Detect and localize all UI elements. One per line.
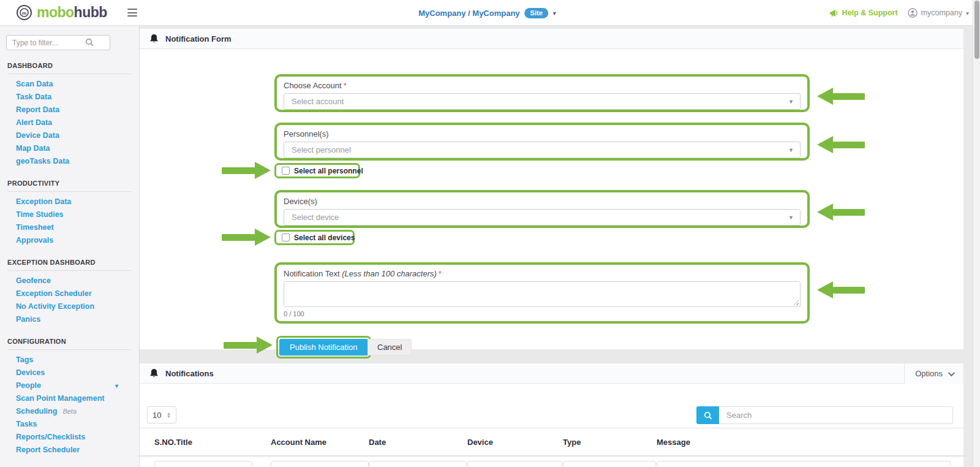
logo: m mobohubb: [16, 4, 107, 21]
page-scrollbar[interactable]: [973, 0, 980, 467]
search-button[interactable]: [696, 406, 719, 424]
svg-text:m: m: [22, 10, 26, 16]
column-header-device[interactable]: Device: [467, 438, 493, 447]
panel-title: Notifications: [165, 369, 214, 378]
chevron-down-icon: ▾: [115, 382, 118, 390]
column-filter-input[interactable]: [467, 461, 562, 466]
stepper-arrows-icon[interactable]: ▲▼: [167, 412, 171, 418]
sidebar-section-configuration: CONFIGURATION: [7, 338, 132, 345]
select-all-personnel-checkbox[interactable]: [282, 167, 290, 175]
sidebar-item-alert-data[interactable]: Alert Data: [0, 116, 139, 129]
device-select[interactable]: Select device ▼: [284, 209, 801, 226]
resize-grip[interactable]: [793, 300, 799, 305]
sidebar-item-geofence[interactable]: Geofence: [0, 275, 139, 287]
help-support-link[interactable]: Help & Support: [829, 9, 898, 17]
divider: [7, 74, 132, 74]
column-header-account-name[interactable]: Account Name: [271, 438, 326, 447]
notifications-panel: Notifications Options 10 ▲▼: [140, 363, 963, 467]
required-marker: *: [344, 81, 347, 90]
annotation-arrow-right: [222, 161, 271, 180]
chevron-down-icon: ▾: [553, 10, 556, 17]
company-site-switcher[interactable]: MyCompany / MyCompany Site ▾: [418, 0, 556, 26]
sidebar-item-devices[interactable]: Devices: [0, 366, 139, 379]
sidebar-item-reports-checklists[interactable]: Reports/Checklists: [0, 431, 139, 444]
username-label: mycompany: [921, 9, 962, 17]
sidebar-filter-input[interactable]: [6, 35, 110, 50]
personnel-select[interactable]: Select personnel ▼: [284, 142, 801, 158]
column-filter-input[interactable]: [154, 461, 252, 466]
annotation-arrow-left: [817, 135, 865, 154]
page-size-stepper[interactable]: 10 ▲▼: [147, 406, 176, 423]
sidebar-item-tasks[interactable]: Tasks: [0, 418, 139, 431]
sidebar-item-task-data[interactable]: Task Data: [0, 91, 139, 104]
notification-form-panel: Notification Form Choose Account* Select…: [140, 29, 963, 349]
sidebar: DASHBOARD Scan Data Task Data Report Dat…: [0, 26, 140, 467]
sidebar-item-approvals[interactable]: Approvals: [0, 234, 139, 247]
options-button[interactable]: Options: [904, 363, 963, 384]
sidebar-section-dashboard: DASHBOARD: [7, 62, 132, 69]
account-select[interactable]: Select account ▼: [284, 93, 801, 110]
notification-form-header: Notification Form: [140, 29, 963, 49]
sidebar-item-tags[interactable]: Tags: [0, 354, 139, 366]
column-header-type[interactable]: Type: [563, 438, 581, 447]
top-right-actions: Help & Support mycompany ▾: [829, 0, 969, 26]
scrollbar-thumb[interactable]: [974, 1, 979, 59]
select-all-personnel-annotation: Select all personnel: [274, 163, 360, 178]
sidebar-item-map-data[interactable]: Map Data: [0, 142, 139, 155]
sidebar-section-productivity: PRODUCTIVITY: [7, 180, 132, 187]
divider: [7, 349, 132, 350]
annotation-arrow-right: [224, 336, 273, 354]
column-filter-input[interactable]: [563, 461, 656, 466]
annotation-arrow-right: [222, 228, 271, 246]
top-bar: m mobohubb MyCompany / MyCompany Site ▾ …: [0, 0, 980, 26]
chevron-down-icon: ▾: [966, 10, 969, 17]
publish-notification-button[interactable]: Publish Notification: [279, 339, 368, 355]
sidebar-item-time-studies[interactable]: Time Studies: [0, 208, 139, 221]
column-filter-input[interactable]: [657, 461, 951, 466]
menu-toggle-icon[interactable]: [127, 9, 137, 17]
sidebar-item-exception-data[interactable]: Exception Data: [0, 196, 139, 208]
sidebar-item-scan-point-management[interactable]: Scan Point Management: [0, 392, 139, 405]
search-group: [696, 406, 953, 424]
sidebar-item-timesheet[interactable]: Timesheet: [0, 221, 139, 234]
sidebar-item-people[interactable]: People▾: [0, 379, 139, 392]
device-select-placeholder: Select device: [292, 213, 339, 222]
column-header-date[interactable]: Date: [369, 438, 386, 447]
required-marker: *: [439, 269, 442, 278]
cancel-button[interactable]: Cancel: [368, 339, 412, 355]
device-field-annotation: Device(s) Select device ▼: [274, 190, 810, 228]
sidebar-item-geotasks-data[interactable]: geoTasks Data: [0, 155, 139, 168]
main-content: Notification Form Choose Account* Select…: [140, 26, 973, 467]
chevron-down-icon: ▼: [788, 99, 794, 105]
sidebar-item-report-data[interactable]: Report Data: [0, 104, 139, 116]
sidebar-item-no-activity-exception[interactable]: No Activity Exception: [0, 300, 139, 313]
sidebar-item-scan-data[interactable]: Scan Data: [0, 78, 139, 91]
select-all-devices-annotation: Select all devices: [274, 230, 355, 245]
message-field-label: Notification Text (Less than 100 charact…: [284, 269, 801, 278]
column-filter-input[interactable]: [271, 461, 369, 466]
table-header-row: S.NO.Title Account Name Date Device Type…: [140, 428, 963, 457]
notifications-header: Notifications Options: [140, 363, 963, 384]
column-header-sno-title[interactable]: S.NO.Title: [154, 438, 192, 447]
column-header-message[interactable]: Message: [657, 438, 690, 447]
sidebar-item-device-data[interactable]: Device Data: [0, 129, 139, 142]
annotation-arrow-left: [817, 281, 865, 299]
account-field-label: Choose Account*: [284, 81, 801, 90]
sidebar-item-scheduling[interactable]: SchedulingBeta: [0, 405, 139, 418]
bell-icon: [149, 34, 159, 44]
sidebar-item-report-scheduler[interactable]: Report Scheduler: [0, 444, 139, 457]
logo-text: mobohubb: [37, 4, 107, 21]
notification-form-body: Choose Account* Select account ▼ Personn…: [140, 49, 963, 349]
personnel-select-placeholder: Select personnel: [292, 145, 351, 154]
annotation-arrow-left: [817, 87, 865, 105]
search-input[interactable]: [719, 406, 953, 424]
sidebar-item-panics[interactable]: Panics: [0, 313, 139, 326]
notification-text-input[interactable]: [284, 281, 801, 307]
user-icon: [908, 8, 918, 18]
select-all-devices-label: Select all devices: [294, 234, 355, 242]
account-field-annotation: Choose Account* Select account ▼: [274, 74, 810, 112]
select-all-devices-checkbox[interactable]: [282, 234, 290, 241]
sidebar-item-exception-scheduler[interactable]: Exception Scheduler: [0, 287, 139, 300]
column-filter-input[interactable]: [369, 461, 467, 466]
user-menu[interactable]: mycompany ▾: [908, 8, 969, 18]
